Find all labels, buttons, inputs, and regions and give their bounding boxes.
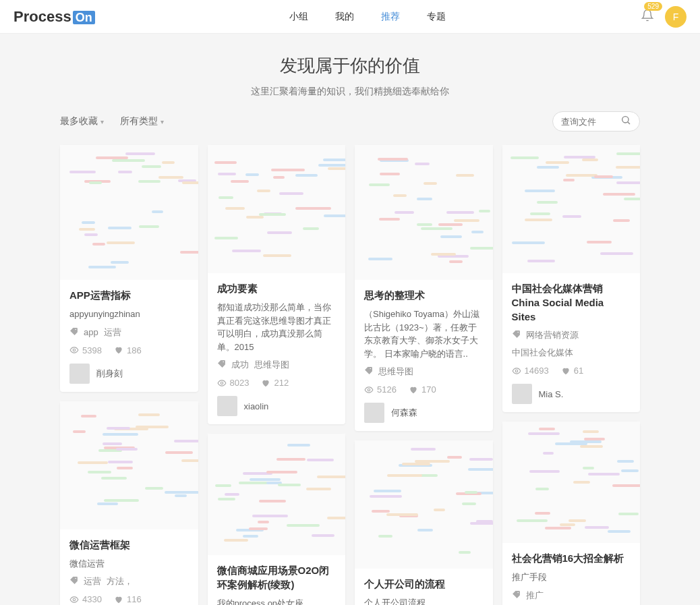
card-stats: 8023 212 (217, 378, 337, 388)
card-body: 中国社会化媒体营销China Social Media Sites 网络营销资源… (502, 273, 641, 412)
card-description: 推广手段 (512, 571, 631, 584)
card-tags: 思维导图 (364, 366, 484, 378)
card-author[interactable]: Mia S. (512, 384, 631, 404)
card-body: 社会化营销16大招全解析 推广手段 推广 3712 141 元 (502, 543, 641, 605)
controls-bar: 最多收藏 ▾ 所有类型 ▾ (20, 111, 680, 132)
diagram-card[interactable]: 中国社会化媒体营销China Social Media Sites 网络营销资源… (502, 145, 641, 412)
search-box[interactable] (552, 111, 640, 132)
card-title[interactable]: 成功要素 (217, 281, 337, 295)
hero-title: 发现属于你的价值 (0, 54, 700, 78)
views-count: 5398 (82, 345, 102, 355)
diagram-card[interactable]: 个人开公司的流程 个人开公司流程 开公司流程注册公司流程 (355, 440, 493, 605)
likes-count: 170 (421, 384, 436, 395)
card-title[interactable]: 微信商城应用场景O2O闭环案例解析(绫致) (217, 563, 337, 592)
chevron-down-icon: ▾ (161, 118, 164, 125)
tag[interactable]: 中国社会化媒体 (512, 347, 573, 359)
type-filter[interactable]: 所有类型 ▾ (120, 115, 164, 127)
nav-groups[interactable]: 小组 (289, 11, 308, 23)
sort-label: 最多收藏 (60, 115, 98, 127)
views-count: 5126 (377, 384, 397, 395)
author-avatar (69, 364, 90, 384)
card-thumbnail[interactable] (208, 145, 346, 273)
author-avatar (217, 396, 237, 416)
heart-icon (114, 345, 123, 355)
notification-badge: 529 (644, 2, 662, 11)
author-avatar (364, 403, 384, 423)
tag[interactable]: 方法， (107, 575, 133, 587)
logo-main: Process (13, 8, 71, 25)
search-icon[interactable] (620, 115, 631, 128)
nav-recommend[interactable]: 推荐 (381, 11, 400, 23)
card-stats: 14693 61 (512, 366, 631, 376)
card-tags: 成功思维导图 (217, 359, 337, 371)
likes-count: 116 (127, 594, 142, 604)
tag[interactable]: 网络营销资源 (526, 329, 579, 341)
diagram-card[interactable]: 成功要素 都知道成功没那么简单，当你真正看完这张思维导图才真正可以明白，成功真没… (208, 145, 346, 424)
card-tags: 网络营销资源中国社会化媒体 (512, 329, 631, 359)
header-right: 529 F (641, 6, 687, 28)
user-avatar[interactable]: F (665, 6, 687, 28)
search-input[interactable] (561, 117, 620, 127)
card-description: appyunyingzhinan (69, 308, 189, 321)
views-stat: 5126 (364, 384, 397, 395)
views-stat: 8023 (217, 378, 250, 388)
card-title[interactable]: 中国社会化媒体营销China Social Media Sites (512, 281, 631, 324)
card-tags: app运营 (69, 326, 189, 339)
likes-stat: 170 (409, 384, 436, 395)
sort-filter[interactable]: 最多收藏 ▾ (60, 115, 104, 127)
card-author[interactable]: 何森森 (364, 403, 484, 423)
diagram-card[interactable]: 微信运营框架 微信运营 运营方法， 4330 116 杜建飞 (60, 401, 198, 606)
notification-bell[interactable]: 529 (641, 9, 654, 25)
author-name: xiaolin (244, 401, 269, 411)
card-tags: 运营方法， (69, 575, 189, 587)
diagram-card[interactable]: 思考的整理术 （Shigehiko Toyama）外山滋比古比（1923~）著，… (355, 145, 493, 431)
card-thumbnail[interactable] (60, 401, 198, 529)
card-author[interactable]: 削身刻 (69, 364, 189, 384)
tag-icon (512, 590, 521, 601)
card-title[interactable]: 微信运营框架 (69, 538, 189, 552)
nav-topics[interactable]: 专题 (427, 11, 446, 23)
tag[interactable]: 成功 (231, 359, 249, 371)
card-thumbnail[interactable] (208, 434, 346, 555)
heart-icon (261, 378, 270, 388)
card-thumbnail[interactable] (502, 422, 641, 543)
card-author[interactable]: xiaolin (217, 396, 337, 416)
card-stats: 5398 186 (69, 345, 189, 355)
tag[interactable]: 思维导图 (378, 366, 413, 378)
card-thumbnail[interactable] (355, 440, 493, 569)
logo[interactable]: ProcessOn (13, 8, 95, 26)
diagram-card[interactable]: 微信商城应用场景O2O闭环案例解析(绫致) 我的process on处女座 O2… (208, 434, 346, 605)
tag[interactable]: 运营 (84, 575, 101, 587)
card-title[interactable]: 社会化营销16大招全解析 (512, 551, 631, 565)
eye-icon (364, 385, 374, 395)
nav-mine[interactable]: 我的 (335, 11, 354, 23)
card-tags: 推广 (512, 589, 631, 602)
card-title[interactable]: 个人开公司的流程 (364, 577, 484, 591)
card-body: 成功要素 都知道成功没那么简单，当你真正看完这张思维导图才真正可以明白，成功真没… (208, 273, 346, 424)
likes-stat: 116 (114, 594, 142, 604)
card-grid: APP运营指标 appyunyingzhinan app运营 5398 186 … (20, 145, 680, 605)
card-description: 微信运营 (69, 557, 189, 571)
card-thumbnail[interactable] (502, 145, 641, 273)
card-description: （Shigehiko Toyama）外山滋比古比（1923~）著，任教于东京教育… (364, 308, 484, 360)
tag[interactable]: 思维导图 (254, 359, 289, 371)
eye-icon (512, 366, 521, 376)
card-thumbnail[interactable] (60, 145, 198, 280)
tag-icon (364, 366, 373, 377)
svg-point-5 (515, 370, 518, 372)
card-title[interactable]: APP运营指标 (69, 288, 189, 302)
card-description: 我的process on处女座 (217, 597, 337, 605)
card-title[interactable]: 思考的整理术 (364, 288, 484, 302)
chevron-down-icon: ▾ (100, 118, 104, 125)
tag-icon (69, 327, 78, 338)
card-stats: 5126 170 (364, 384, 484, 395)
diagram-card[interactable]: 社会化营销16大招全解析 推广手段 推广 3712 141 元 (502, 422, 641, 605)
type-label: 所有类型 (120, 115, 158, 127)
tag[interactable]: app (84, 327, 98, 337)
svg-point-0 (622, 117, 629, 123)
diagram-card[interactable]: APP运营指标 appyunyingzhinan app运营 5398 186 … (60, 145, 198, 392)
tag[interactable]: 运营 (104, 326, 121, 339)
card-thumbnail[interactable] (355, 145, 493, 280)
card-body: 思考的整理术 （Shigehiko Toyama）外山滋比古比（1923~）著，… (355, 280, 493, 431)
tag[interactable]: 推广 (526, 589, 544, 602)
